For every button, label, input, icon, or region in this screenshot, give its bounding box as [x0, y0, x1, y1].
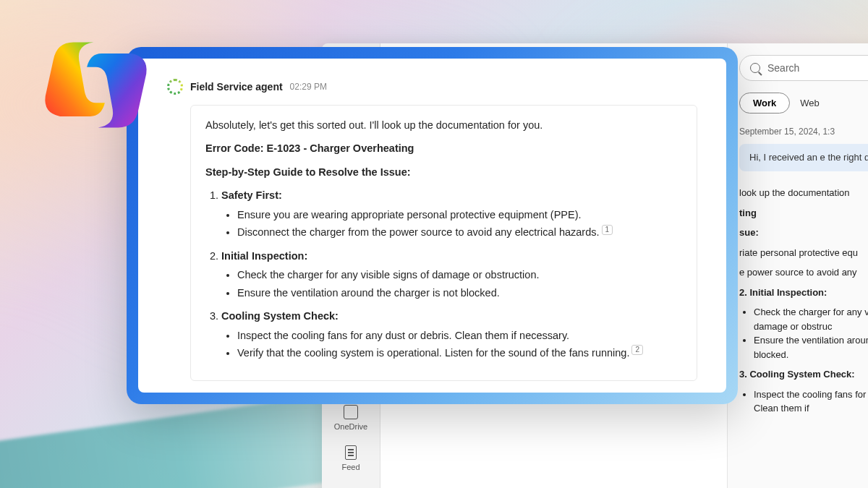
sidebar-item-onedrive[interactable]: OneDrive: [334, 405, 367, 431]
tab-web[interactable]: Web: [797, 93, 822, 113]
search-input[interactable]: Search: [739, 55, 868, 81]
step-bullet: Inspect the cooling fans for any dust or…: [237, 328, 682, 343]
foreground-chat-card: Field Service agent 02:29 PM Absolutely,…: [127, 47, 738, 404]
message-intro: Absolutely, let's get this sorted out. I…: [205, 117, 682, 133]
steps-list: Safety First: Ensure you are wearing app…: [205, 187, 682, 361]
chat-message-container: Field Service agent 02:29 PM Absolutely,…: [138, 59, 726, 393]
agent-name: Field Service agent: [190, 81, 283, 93]
agent-avatar-icon: [167, 79, 183, 95]
assistant-message-body: Absolutely, let's get this sorted out. I…: [190, 105, 697, 381]
sidebar-label: Feed: [341, 463, 359, 471]
copilot-logo-icon: [40, 29, 152, 141]
step-bullet: Check the charger for any visible signs …: [237, 267, 682, 283]
search-placeholder-text: Search: [767, 62, 799, 74]
assistant-response-partial: look up the documentation ting sue: riat…: [728, 186, 868, 416]
step-title: Initial Inspection:: [221, 250, 307, 262]
agent-header: Field Service agent 02:29 PM: [167, 79, 697, 95]
step-title: Cooling System Check:: [221, 310, 339, 322]
tab-work[interactable]: Work: [739, 93, 790, 114]
message-timestamp: 02:29 PM: [290, 82, 327, 92]
guide-title: Step-by-Step Guide to Resolve the Issue:: [205, 164, 682, 180]
step-item: Initial Inspection: Check the charger fo…: [221, 248, 682, 301]
feed-icon: [345, 445, 357, 460]
citation-badge[interactable]: 1: [602, 225, 613, 235]
search-icon: [750, 63, 760, 73]
onedrive-icon: [344, 405, 358, 419]
sidebar-label: OneDrive: [334, 422, 367, 431]
tab-row: Work Web: [739, 93, 868, 114]
step-item: Cooling System Check: Inspect the coolin…: [221, 308, 682, 361]
error-code-heading: Error Code: E-1023 - Charger Overheating: [205, 140, 682, 156]
step-bullet: Ensure the ventilation around the charge…: [237, 285, 682, 301]
citation-badge[interactable]: 2: [631, 345, 643, 355]
copilot-side-panel: Search Work Web September 15, 2024, 1:3 …: [727, 43, 868, 488]
conversation-date: September 15, 2024, 1:3: [739, 127, 868, 137]
step-bullet: Verify that the cooling system is operat…: [237, 345, 682, 361]
user-message-bubble: Hi, I received an e the right docume: [739, 144, 868, 171]
step-bullet: Disconnect the charger from the power so…: [237, 224, 682, 240]
step-item: Safety First: Ensure you are wearing app…: [221, 187, 682, 240]
step-bullet: Ensure you are wearing appropriate perso…: [237, 207, 682, 223]
step-title: Safety First:: [221, 189, 282, 201]
sidebar-item-feed[interactable]: Feed: [341, 445, 359, 471]
